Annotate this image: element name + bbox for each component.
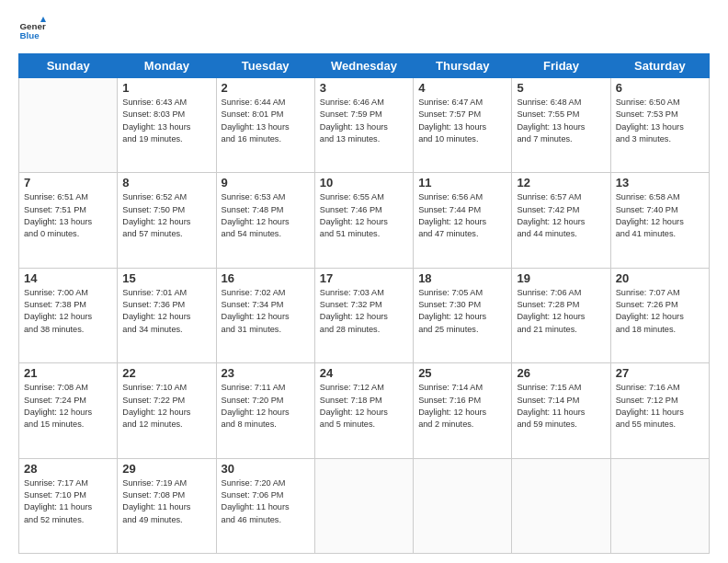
day-number: 25 [418, 366, 506, 380]
day-info: Sunrise: 7:17 AMSunset: 7:10 PMDaylight:… [24, 477, 112, 526]
calendar-table: SundayMondayTuesdayWednesdayThursdayFrid… [18, 53, 710, 554]
day-number: 30 [222, 462, 310, 476]
calendar-cell: 12Sunrise: 6:57 AMSunset: 7:42 PMDayligh… [512, 173, 610, 268]
calendar-cell: 16Sunrise: 7:02 AMSunset: 7:34 PMDayligh… [216, 268, 314, 362]
day-info: Sunrise: 7:03 AMSunset: 7:32 PMDaylight:… [320, 287, 408, 336]
calendar-cell: 5Sunrise: 6:48 AMSunset: 7:55 PMDaylight… [512, 78, 610, 173]
day-number: 13 [616, 176, 704, 190]
calendar-cell: 17Sunrise: 7:03 AMSunset: 7:32 PMDayligh… [314, 268, 413, 362]
logo-icon: General Blue [18, 17, 46, 44]
day-header-thursday: Thursday [414, 54, 512, 78]
calendar-cell: 13Sunrise: 6:58 AMSunset: 7:40 PMDayligh… [610, 173, 709, 268]
calendar-cell [610, 458, 709, 553]
calendar-cell: 6Sunrise: 6:50 AMSunset: 7:53 PMDaylight… [610, 78, 709, 173]
calendar-cell: 7Sunrise: 6:51 AMSunset: 7:51 PMDaylight… [19, 173, 118, 268]
calendar-cell: 29Sunrise: 7:19 AMSunset: 7:08 PMDayligh… [118, 458, 216, 553]
day-info: Sunrise: 7:19 AMSunset: 7:08 PMDaylight:… [122, 477, 210, 526]
day-number: 10 [320, 176, 408, 190]
day-number: 6 [616, 81, 704, 95]
header: General Blue [18, 17, 710, 44]
calendar-cell [414, 458, 512, 553]
calendar-cell: 9Sunrise: 6:53 AMSunset: 7:48 PMDaylight… [216, 173, 314, 268]
day-number: 2 [222, 81, 310, 95]
calendar-cell: 3Sunrise: 6:46 AMSunset: 7:59 PMDaylight… [314, 78, 413, 173]
week-row-3: 14Sunrise: 7:00 AMSunset: 7:38 PMDayligh… [19, 268, 710, 362]
day-info: Sunrise: 6:50 AMSunset: 7:53 PMDaylight:… [616, 97, 704, 145]
day-info: Sunrise: 7:20 AMSunset: 7:06 PMDaylight:… [222, 477, 310, 526]
day-header-monday: Monday [118, 54, 216, 78]
calendar-cell: 26Sunrise: 7:15 AMSunset: 7:14 PMDayligh… [512, 363, 610, 458]
day-number: 1 [122, 81, 210, 95]
day-header-tuesday: Tuesday [216, 54, 314, 78]
calendar-cell: 15Sunrise: 7:01 AMSunset: 7:36 PMDayligh… [118, 268, 216, 362]
svg-text:Blue: Blue [20, 30, 40, 40]
day-number: 20 [616, 271, 704, 285]
day-number: 17 [320, 271, 408, 285]
day-header-wednesday: Wednesday [314, 54, 413, 78]
day-number: 26 [517, 366, 605, 380]
day-number: 28 [24, 462, 112, 476]
day-number: 8 [122, 176, 210, 190]
day-number: 27 [616, 366, 704, 380]
calendar-cell: 10Sunrise: 6:55 AMSunset: 7:46 PMDayligh… [314, 173, 413, 268]
week-row-5: 28Sunrise: 7:17 AMSunset: 7:10 PMDayligh… [19, 458, 710, 553]
day-info: Sunrise: 6:51 AMSunset: 7:51 PMDaylight:… [24, 191, 112, 240]
week-row-4: 21Sunrise: 7:08 AMSunset: 7:24 PMDayligh… [19, 363, 710, 458]
week-row-2: 7Sunrise: 6:51 AMSunset: 7:51 PMDaylight… [19, 173, 710, 268]
day-info: Sunrise: 7:01 AMSunset: 7:36 PMDaylight:… [122, 287, 210, 336]
day-info: Sunrise: 6:43 AMSunset: 8:03 PMDaylight:… [122, 97, 210, 145]
day-header-saturday: Saturday [610, 54, 709, 78]
day-info: Sunrise: 7:11 AMSunset: 7:20 PMDaylight:… [222, 382, 310, 431]
day-number: 24 [320, 366, 408, 380]
day-number: 22 [122, 366, 210, 380]
day-info: Sunrise: 6:56 AMSunset: 7:44 PMDaylight:… [418, 191, 506, 240]
calendar-cell: 23Sunrise: 7:11 AMSunset: 7:20 PMDayligh… [216, 363, 314, 458]
day-info: Sunrise: 7:00 AMSunset: 7:38 PMDaylight:… [24, 287, 112, 336]
calendar-header-row: SundayMondayTuesdayWednesdayThursdayFrid… [19, 54, 710, 78]
day-info: Sunrise: 6:44 AMSunset: 8:01 PMDaylight:… [222, 97, 310, 145]
calendar-cell: 24Sunrise: 7:12 AMSunset: 7:18 PMDayligh… [314, 363, 413, 458]
calendar-cell: 2Sunrise: 6:44 AMSunset: 8:01 PMDaylight… [216, 78, 314, 173]
calendar-cell: 18Sunrise: 7:05 AMSunset: 7:30 PMDayligh… [414, 268, 512, 362]
calendar-cell: 21Sunrise: 7:08 AMSunset: 7:24 PMDayligh… [19, 363, 118, 458]
week-row-1: 1Sunrise: 6:43 AMSunset: 8:03 PMDaylight… [19, 78, 710, 173]
calendar-cell [19, 78, 118, 173]
day-info: Sunrise: 7:06 AMSunset: 7:28 PMDaylight:… [517, 287, 605, 336]
calendar-cell: 20Sunrise: 7:07 AMSunset: 7:26 PMDayligh… [610, 268, 709, 362]
day-number: 12 [517, 176, 605, 190]
page: General Blue SundayMondayTuesdayWednesda… [0, 0, 728, 563]
day-number: 4 [418, 81, 506, 95]
day-info: Sunrise: 6:48 AMSunset: 7:55 PMDaylight:… [517, 97, 605, 145]
day-info: Sunrise: 6:46 AMSunset: 7:59 PMDaylight:… [320, 97, 408, 145]
logo: General Blue [18, 17, 50, 44]
day-number: 16 [222, 271, 310, 285]
calendar-cell: 11Sunrise: 6:56 AMSunset: 7:44 PMDayligh… [414, 173, 512, 268]
day-number: 29 [122, 462, 210, 476]
day-info: Sunrise: 6:58 AMSunset: 7:40 PMDaylight:… [616, 191, 704, 240]
day-info: Sunrise: 6:53 AMSunset: 7:48 PMDaylight:… [222, 191, 310, 240]
day-number: 21 [24, 366, 112, 380]
day-number: 9 [222, 176, 310, 190]
day-number: 23 [222, 366, 310, 380]
calendar-cell: 8Sunrise: 6:52 AMSunset: 7:50 PMDaylight… [118, 173, 216, 268]
day-number: 11 [418, 176, 506, 190]
day-info: Sunrise: 7:02 AMSunset: 7:34 PMDaylight:… [222, 287, 310, 336]
day-info: Sunrise: 7:15 AMSunset: 7:14 PMDaylight:… [517, 382, 605, 431]
day-number: 3 [320, 81, 408, 95]
calendar-cell: 4Sunrise: 6:47 AMSunset: 7:57 PMDaylight… [414, 78, 512, 173]
calendar-cell: 28Sunrise: 7:17 AMSunset: 7:10 PMDayligh… [19, 458, 118, 553]
day-info: Sunrise: 7:14 AMSunset: 7:16 PMDaylight:… [418, 382, 506, 431]
day-number: 5 [517, 81, 605, 95]
calendar-cell: 30Sunrise: 7:20 AMSunset: 7:06 PMDayligh… [216, 458, 314, 553]
calendar-cell [314, 458, 413, 553]
day-info: Sunrise: 6:57 AMSunset: 7:42 PMDaylight:… [517, 191, 605, 240]
svg-text:General: General [20, 21, 47, 31]
day-header-friday: Friday [512, 54, 610, 78]
day-number: 19 [517, 271, 605, 285]
day-header-sunday: Sunday [19, 54, 118, 78]
day-info: Sunrise: 7:07 AMSunset: 7:26 PMDaylight:… [616, 287, 704, 336]
day-info: Sunrise: 7:12 AMSunset: 7:18 PMDaylight:… [320, 382, 408, 431]
day-info: Sunrise: 6:47 AMSunset: 7:57 PMDaylight:… [418, 97, 506, 145]
day-info: Sunrise: 6:52 AMSunset: 7:50 PMDaylight:… [122, 191, 210, 240]
calendar-cell: 22Sunrise: 7:10 AMSunset: 7:22 PMDayligh… [118, 363, 216, 458]
